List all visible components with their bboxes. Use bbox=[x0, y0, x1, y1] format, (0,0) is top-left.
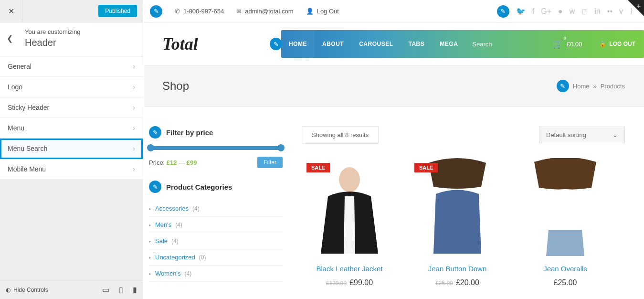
customizer-item-logo[interactable]: Logo› bbox=[0, 77, 143, 97]
edit-shortcut-icon[interactable]: ✎ bbox=[149, 126, 161, 139]
edit-shortcut-icon[interactable]: ✎ bbox=[150, 5, 162, 18]
product-card[interactable]: Jean Overalls £25.00 bbox=[517, 158, 613, 287]
twitter-icon[interactable]: 🐦 bbox=[516, 7, 526, 16]
menu-search[interactable] bbox=[465, 30, 543, 58]
slider-handle-min[interactable] bbox=[147, 144, 154, 151]
product-image: SALE bbox=[302, 158, 397, 256]
desktop-preview-icon[interactable]: ▭ bbox=[102, 285, 109, 294]
slider-handle-max[interactable] bbox=[277, 144, 285, 151]
edit-shortcut-icon[interactable]: ✎ bbox=[557, 80, 569, 92]
mobile-preview-icon[interactable]: ▮ bbox=[133, 285, 137, 294]
chevron-right-icon: › bbox=[133, 63, 135, 70]
nav-carousel[interactable]: CAROUSEL bbox=[351, 30, 401, 58]
customizer-item-general[interactable]: General› bbox=[0, 56, 143, 77]
price-range-label: Price: £12 — £99 bbox=[149, 159, 197, 166]
edit-shortcut-icon[interactable]: ✎ bbox=[149, 181, 161, 193]
tablet-preview-icon[interactable]: ▯ bbox=[119, 285, 123, 294]
product-name[interactable]: Jean Overalls bbox=[517, 265, 613, 273]
customizer-footer: ◐ Hide Controls ▭ ▯ ▮ bbox=[0, 280, 143, 299]
section-title: Header bbox=[25, 37, 81, 48]
category-item[interactable]: ▸Men's(4) bbox=[149, 217, 283, 233]
sort-select[interactable]: Default sorting ⌄ bbox=[539, 127, 625, 143]
you-are-customizing-label: You are customizing bbox=[25, 28, 81, 35]
caret-icon: ▸ bbox=[149, 223, 151, 227]
nav-mega[interactable]: MEGA bbox=[432, 30, 465, 58]
facebook-icon[interactable]: f bbox=[532, 7, 534, 16]
caret-icon: ▸ bbox=[149, 206, 151, 211]
breadcrumb-home[interactable]: Home bbox=[573, 83, 590, 90]
topbar-email[interactable]: ✉admin@total.com bbox=[236, 8, 293, 15]
site-preview: ✎ ✆1-800-987-654 ✉admin@total.com 👤Log O… bbox=[143, 0, 644, 299]
social-icons: ✎ 🐦 f G+ ● w ◻ in •• v ⌇ bbox=[497, 5, 633, 18]
breadcrumb-sep: » bbox=[593, 83, 596, 90]
product-price: £25.00£20.00 bbox=[410, 278, 505, 287]
edit-shortcut-icon[interactable]: ✎ bbox=[270, 38, 282, 50]
flickr-icon[interactable]: •• bbox=[607, 7, 612, 16]
instagram-icon[interactable]: ◻ bbox=[581, 7, 588, 16]
customizer-item-menu[interactable]: Menu› bbox=[0, 118, 143, 139]
widget-title-categories: Product Categories bbox=[166, 183, 232, 191]
product-card[interactable]: SALE Black Leather Jacket £139.00£99.00 bbox=[302, 158, 397, 287]
main-nav: ✎ HOME ABOUT CAROUSEL TABS MEGA 🛒0 £0.00… bbox=[281, 30, 644, 58]
category-item[interactable]: ▸Women's(4) bbox=[149, 266, 283, 282]
cart-icon: 🛒0 bbox=[552, 39, 563, 49]
cart-total: £0.00 bbox=[567, 41, 582, 48]
collapse-corner[interactable]: ＋ bbox=[628, 0, 644, 16]
caret-icon: ▸ bbox=[149, 239, 151, 244]
customizer-spacer bbox=[0, 180, 143, 280]
product-name[interactable]: Black Leather Jacket bbox=[302, 265, 397, 273]
topbar-phone: ✆1-800-987-654 bbox=[175, 8, 224, 15]
linkedin-icon[interactable]: in bbox=[594, 7, 600, 16]
caret-icon: ▸ bbox=[149, 271, 151, 276]
close-customizer-button[interactable]: ✕ bbox=[0, 0, 22, 22]
filter-button[interactable]: Filter bbox=[257, 157, 283, 168]
svg-point-1 bbox=[339, 167, 360, 192]
google-plus-icon[interactable]: G+ bbox=[541, 7, 551, 16]
product-name[interactable]: Jean Button Down bbox=[410, 265, 505, 273]
nav-tabs[interactable]: TABS bbox=[401, 30, 433, 58]
search-input[interactable] bbox=[472, 41, 537, 48]
edit-shortcut-icon[interactable]: ✎ bbox=[497, 5, 509, 18]
category-list: ▸Accessories(4) ▸Men's(4) ▸Sale(4) ▸Unca… bbox=[149, 201, 283, 282]
phone-icon: ✆ bbox=[175, 8, 180, 15]
customizer-panel: ✕ Published ❮ You are customizing Header… bbox=[0, 0, 143, 299]
chevron-right-icon: › bbox=[133, 165, 135, 173]
customizer-list: General› Logo› Sticky Header› Menu› Menu… bbox=[0, 56, 143, 180]
nav-about[interactable]: ABOUT bbox=[315, 30, 351, 58]
pinterest-icon[interactable]: ● bbox=[558, 7, 563, 16]
publish-button[interactable]: Published bbox=[98, 5, 137, 17]
nav-home[interactable]: HOME bbox=[281, 30, 315, 58]
shop-content: ✎ Filter by price Price: £12 — £99 Filte… bbox=[143, 107, 644, 299]
vimeo-icon[interactable]: v bbox=[619, 7, 623, 16]
chevron-right-icon: › bbox=[133, 124, 135, 132]
customizer-item-mobile-menu[interactable]: Mobile Menu› bbox=[0, 159, 143, 180]
product-image: SALE bbox=[410, 158, 505, 256]
breadcrumb: ✎ Home » Products bbox=[557, 80, 625, 92]
widget-title-filter: Filter by price bbox=[166, 128, 213, 137]
nav-logout[interactable]: 🔒 LOG OUT bbox=[591, 30, 644, 58]
site-logo[interactable]: Total bbox=[162, 34, 198, 54]
vk-icon[interactable]: w bbox=[570, 7, 575, 16]
chevron-right-icon: › bbox=[133, 145, 135, 152]
shop-sidebar: ✎ Filter by price Price: £12 — £99 Filte… bbox=[149, 126, 283, 299]
customizer-item-menu-search[interactable]: Menu Search› bbox=[0, 139, 143, 159]
back-button[interactable]: ❮ bbox=[7, 34, 16, 43]
topbar-logout[interactable]: 👤Log Out bbox=[306, 8, 339, 15]
page-title: Shop bbox=[162, 79, 189, 93]
customizer-topbar: ✕ Published bbox=[0, 0, 143, 22]
product-card[interactable]: SALE Jean Button Down £25.00£20.00 bbox=[410, 158, 505, 287]
customizer-item-sticky-header[interactable]: Sticky Header› bbox=[0, 97, 143, 118]
chevron-down-icon: ⌄ bbox=[612, 131, 618, 139]
user-icon: 👤 bbox=[306, 8, 314, 15]
hide-controls-button[interactable]: ◐ Hide Controls bbox=[6, 287, 48, 293]
breadcrumb-current: Products bbox=[601, 83, 625, 90]
results-count: Showing all 8 results bbox=[302, 126, 379, 144]
site-topbar: ✎ ✆1-800-987-654 ✉admin@total.com 👤Log O… bbox=[143, 0, 644, 23]
chevron-right-icon: › bbox=[133, 83, 135, 91]
category-item[interactable]: ▸Uncategorized(0) bbox=[149, 249, 283, 266]
category-item[interactable]: ▸Sale(4) bbox=[149, 233, 283, 249]
category-item[interactable]: ▸Accessories(4) bbox=[149, 201, 283, 217]
price-slider[interactable] bbox=[149, 146, 283, 150]
product-image bbox=[517, 158, 613, 256]
nav-cart[interactable]: 🛒0 £0.00 bbox=[544, 30, 591, 58]
